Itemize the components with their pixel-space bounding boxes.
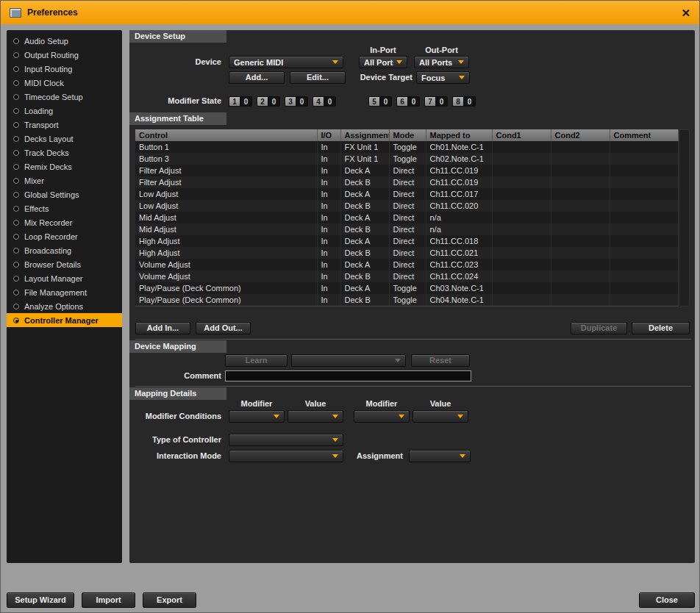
sidebar-item-loop-recorder[interactable]: Loop Recorder <box>7 229 122 243</box>
sidebar-item-input-routing[interactable]: Input Routing <box>7 62 122 76</box>
sidebar-item-transport[interactable]: Transport <box>7 118 122 132</box>
type-of-controller-label: Type of Controller <box>129 434 221 446</box>
device-select[interactable]: Generic MIDI <box>229 56 343 68</box>
export-button[interactable]: Export <box>143 592 196 608</box>
radio-icon <box>13 164 19 170</box>
radio-icon <box>13 304 19 309</box>
delete-button[interactable]: Delete <box>632 322 690 334</box>
column-header: Cond2 <box>551 129 610 141</box>
sidebar-item-file-management[interactable]: File Management <box>7 285 122 299</box>
sidebar-item-layout-manager[interactable]: Layout Manager <box>7 271 122 285</box>
table-row[interactable]: Mid Adjust In Deck A Direct n/a <box>135 212 679 223</box>
sidebar-item-effects[interactable]: Effects <box>7 201 122 215</box>
table-row[interactable]: Volume Adjust In Deck B Direct Ch11.CC.0… <box>135 270 679 282</box>
sidebar-item-broadcasting[interactable]: Broadcasting <box>7 243 122 257</box>
sidebar-item-output-routing[interactable]: Output Routing <box>7 48 122 62</box>
in-port-select[interactable]: All Ports <box>359 56 407 68</box>
sidebar-item-midi-clock[interactable]: MIDI Clock <box>7 76 122 90</box>
device-target-label: Device Target <box>317 71 413 84</box>
sidebar-item-timecode-setup[interactable]: Timecode Setup <box>7 90 122 104</box>
table-row[interactable]: Button 1 In FX Unit 1 Toggle Ch01.Note.C… <box>135 141 679 153</box>
chevron-down-icon <box>395 359 401 362</box>
section-mapping-details: Mapping Details <box>129 387 226 400</box>
modifier-2-select[interactable] <box>354 410 410 423</box>
setup-wizard-button[interactable]: Setup Wizard <box>7 592 74 608</box>
table-row[interactable]: Filter Adjust In Deck A Direct Ch11.CC.0… <box>135 165 679 176</box>
main-panel: Device Setup In-Port Out-Port Device Gen… <box>129 30 695 563</box>
table-scrollbar[interactable] <box>679 129 690 306</box>
table-row[interactable]: Volume Adjust In Deck A Direct Ch11.CC.0… <box>135 259 679 270</box>
table-row[interactable]: Low Adjust In Deck B Direct Ch11.CC.020 <box>135 200 679 212</box>
chevron-down-icon <box>459 76 465 79</box>
chevron-down-icon <box>332 454 338 458</box>
learn-button[interactable]: Learn <box>225 354 288 367</box>
modifier-conditions-label: Modifier Conditions <box>129 410 221 423</box>
table-row[interactable]: High Adjust In Deck A Direct Ch11.CC.018 <box>135 235 679 247</box>
column-header: I/O <box>317 129 340 141</box>
sidebar-item-track-decks[interactable]: Track Decks <box>7 146 122 159</box>
table-row[interactable]: Low Adjust In Deck A Direct Ch11.CC.017 <box>135 188 679 200</box>
assignment-select[interactable] <box>409 450 471 462</box>
radio-icon <box>13 276 19 282</box>
radio-icon <box>13 150 19 156</box>
table-row[interactable]: High Adjust In Deck B Direct Ch11.CC.021 <box>135 247 679 259</box>
interaction-mode-label: Interaction Mode <box>129 450 221 462</box>
device-target-select[interactable]: Focus <box>416 71 470 84</box>
modifier-indicator: 5 0 <box>368 96 392 107</box>
interaction-mode-select[interactable] <box>229 450 343 462</box>
close-button[interactable]: Close <box>639 592 695 608</box>
sidebar-item-analyze-options[interactable]: Analyze Options <box>7 299 122 313</box>
section-device-setup: Device Setup <box>129 30 226 43</box>
titlebar: Preferences ✕ <box>1 1 699 24</box>
sidebar-item-loading[interactable]: Loading <box>7 104 122 118</box>
radio-icon <box>13 38 19 44</box>
duplicate-button[interactable]: Duplicate <box>571 322 627 334</box>
radio-icon <box>13 108 19 114</box>
modifier-col-label-2: Modifier <box>354 398 410 410</box>
modifier-state-row: 1 0 2 0 3 0 4 0 5 0 6 0 7 0 8 0 <box>229 96 480 107</box>
window-title: Preferences <box>27 7 78 18</box>
table-row[interactable]: Play/Pause (Deck Common) In Deck B Toggl… <box>135 294 679 306</box>
table-row[interactable]: Button 3 In FX Unit 1 Toggle Ch02.Note.C… <box>135 153 679 165</box>
sidebar-item-browser-details[interactable]: Browser Details <box>7 257 122 271</box>
type-of-controller-select[interactable] <box>229 434 343 446</box>
assignment-label: Assignment <box>350 450 403 462</box>
value-2-select[interactable] <box>413 410 468 423</box>
table-row[interactable]: Mid Adjust In Deck B Direct n/a <box>135 223 679 235</box>
table-row[interactable]: Filter Adjust In Deck B Direct Ch11.CC.0… <box>135 176 679 188</box>
add-in-button[interactable]: Add In... <box>135 322 190 334</box>
radio-icon <box>13 80 19 86</box>
chevron-down-icon <box>332 60 338 64</box>
radio-icon <box>13 178 19 184</box>
value-1-select[interactable] <box>288 410 343 423</box>
sidebar-item-audio-setup[interactable]: Audio Setup <box>7 34 122 48</box>
separator <box>135 386 691 387</box>
add-device-button[interactable]: Add... <box>229 71 285 84</box>
add-out-button[interactable]: Add Out... <box>196 322 251 334</box>
import-button[interactable]: Import <box>82 592 135 608</box>
comment-input[interactable] <box>225 370 471 381</box>
sidebar-item-mix-recorder[interactable]: Mix Recorder <box>7 215 122 229</box>
radio-icon <box>13 52 19 58</box>
separator <box>135 339 691 340</box>
table-row[interactable]: Play/Pause (Deck Common) In Deck A Toggl… <box>135 282 679 294</box>
sidebar-item-global-settings[interactable]: Global Settings <box>7 187 122 201</box>
reset-button[interactable]: Reset <box>411 354 470 367</box>
section-device-mapping: Device Mapping <box>129 340 226 353</box>
column-header: Mapped to <box>426 129 492 141</box>
sidebar-item-mixer[interactable]: Mixer <box>7 173 122 187</box>
in-port-label: In-Port <box>359 44 407 57</box>
value-col-label-1: Value <box>288 398 343 410</box>
out-port-select[interactable]: All Ports <box>414 56 469 68</box>
modifier-1-select[interactable] <box>229 410 285 423</box>
close-icon[interactable]: ✕ <box>681 7 690 18</box>
sidebar-item-remix-decks[interactable]: Remix Decks <box>7 159 122 173</box>
chevron-down-icon <box>457 415 463 418</box>
section-assignment-table: Assignment Table <box>129 112 226 125</box>
column-header: Mode <box>389 129 426 141</box>
sidebar-item-controller-manager[interactable]: Controller Manager <box>7 313 122 327</box>
sidebar-item-decks-layout[interactable]: Decks Layout <box>7 132 122 146</box>
column-header: Comment <box>610 129 679 141</box>
mapping-select[interactable] <box>291 354 406 367</box>
chevron-down-icon <box>399 415 404 418</box>
